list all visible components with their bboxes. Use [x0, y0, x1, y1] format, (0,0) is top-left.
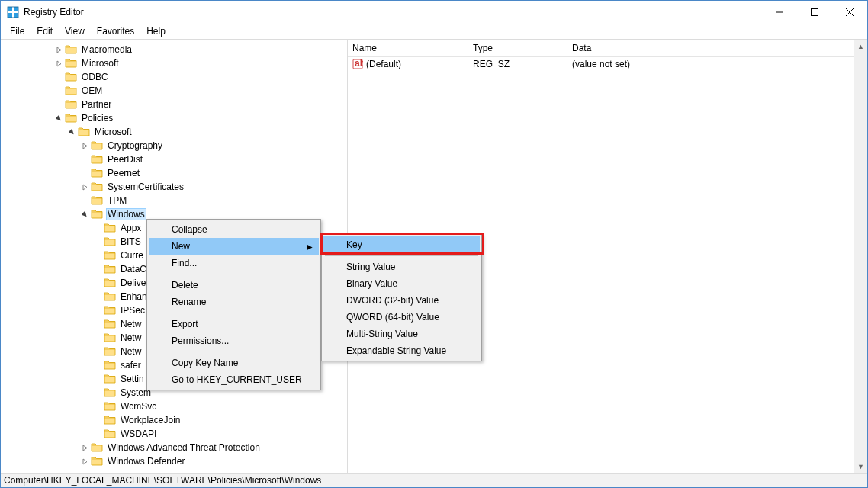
- close-button[interactable]: [832, 1, 867, 24]
- svg-text:ab: ab: [355, 59, 363, 69]
- context-menu-item-label: Rename: [172, 297, 206, 307]
- folder-icon: [104, 278, 116, 288]
- expander-none: [79, 167, 91, 179]
- context-menu-item[interactable]: QWORD (64-bit) Value: [323, 309, 480, 326]
- tree-item-label: Windows Advanced Threat Protection: [106, 442, 262, 453]
- context-menu-item-label: Multi-String Value: [346, 329, 418, 339]
- tree-item[interactable]: WorkplaceJoin: [1, 413, 347, 427]
- menu-edit[interactable]: Edit: [31, 24, 59, 38]
- tree-item[interactable]: Windows Advanced Threat Protection: [1, 441, 347, 454]
- folder-icon: [104, 415, 116, 425]
- minimize-button[interactable]: [762, 1, 797, 24]
- context-menu-item[interactable]: Collapse: [149, 221, 319, 238]
- tree-item[interactable]: PeerDist: [1, 152, 347, 166]
- chevron-right-icon[interactable]: [53, 57, 65, 69]
- scroll-up-icon[interactable]: ▲: [854, 40, 867, 53]
- tree-item[interactable]: WcmSvc: [1, 400, 347, 413]
- context-menu-item[interactable]: Export: [149, 316, 319, 332]
- value-row[interactable]: ab(Default)REG_SZ(value not set): [348, 57, 867, 71]
- context-menu-item[interactable]: DWORD (32-bit) Value: [323, 292, 480, 309]
- context-menu-item[interactable]: Permissions...: [149, 332, 319, 349]
- chevron-right-icon[interactable]: [53, 43, 65, 56]
- tree-item-label: ODBC: [80, 72, 110, 82]
- folder-icon: [65, 113, 77, 124]
- context-menu[interactable]: CollapseNew▶Find...DeleteRenameExportPer…: [146, 219, 321, 390]
- context-menu-item[interactable]: Rename: [149, 294, 319, 310]
- folder-icon: [65, 44, 77, 55]
- tree-item[interactable]: Partner: [1, 98, 347, 111]
- expander-none: [53, 71, 65, 83]
- folder-icon: [104, 223, 116, 233]
- svg-rect-3: [14, 13, 18, 18]
- context-menu-item[interactable]: Go to HKEY_CURRENT_USER: [149, 371, 319, 388]
- col-header-name[interactable]: Name: [348, 40, 468, 56]
- folder-icon: [91, 181, 103, 192]
- tree-item-label: OEM: [80, 85, 104, 96]
- folder-icon: [104, 236, 116, 247]
- tree-item[interactable]: Policies: [1, 111, 347, 125]
- chevron-down-icon[interactable]: [66, 126, 78, 138]
- tree-item[interactable]: Peernet: [1, 166, 347, 180]
- values-scrollbar[interactable]: ▲ ▼: [854, 40, 867, 473]
- folder-icon: [104, 346, 116, 357]
- expander-none: [92, 428, 104, 440]
- folder-icon: [104, 401, 116, 412]
- col-header-data[interactable]: Data: [567, 40, 867, 56]
- chevron-down-icon[interactable]: [79, 208, 91, 220]
- context-menu-separator: [325, 255, 478, 256]
- tree-item-label: Netw: [119, 346, 143, 357]
- svg-rect-1: [14, 7, 18, 11]
- chevron-right-icon[interactable]: [79, 455, 91, 467]
- tree-item[interactable]: SystemCertificates: [1, 180, 347, 194]
- tree-item-label: DataC: [119, 264, 148, 274]
- chevron-right-icon[interactable]: [79, 441, 91, 454]
- registry-editor-icon: [7, 6, 19, 18]
- maximize-button[interactable]: [797, 1, 832, 24]
- context-menu-item[interactable]: Expandable String Value: [323, 342, 480, 359]
- scroll-down-icon[interactable]: ▼: [854, 460, 867, 473]
- context-menu-item[interactable]: String Value: [323, 258, 480, 275]
- tree-item[interactable]: WSDAPI: [1, 427, 347, 441]
- tree-item[interactable]: TPM: [1, 194, 347, 207]
- tree-item[interactable]: ODBC: [1, 70, 347, 84]
- tree-item-label: Delive: [119, 278, 147, 288]
- expander-none: [92, 359, 104, 371]
- tree-item-label: Enhan: [119, 291, 149, 302]
- context-menu-item[interactable]: Multi-String Value: [323, 326, 480, 342]
- menu-view[interactable]: View: [59, 24, 91, 38]
- chevron-right-icon[interactable]: [79, 181, 91, 193]
- tree-item[interactable]: Cryptography: [1, 139, 347, 152]
- menu-file[interactable]: File: [4, 24, 31, 38]
- col-header-type[interactable]: Type: [468, 40, 567, 56]
- context-menu-item[interactable]: Find...: [149, 255, 319, 271]
- context-menu-item-label: Key: [346, 239, 362, 250]
- tree-item[interactable]: Windows Defender: [1, 454, 347, 468]
- context-menu-item-label: Collapse: [172, 224, 207, 235]
- expander-none: [92, 373, 104, 385]
- context-menu-item[interactable]: New▶: [149, 238, 319, 255]
- menu-help[interactable]: Help: [140, 24, 172, 38]
- expander-none: [79, 153, 91, 165]
- tree-item[interactable]: OEM: [1, 84, 347, 98]
- tree-item-label: IPSec: [119, 305, 146, 316]
- folder-icon: [91, 140, 103, 151]
- chevron-down-icon[interactable]: [53, 112, 65, 124]
- tree-item[interactable]: Microsoft: [1, 56, 347, 70]
- expander-none: [92, 400, 104, 413]
- context-menu-item[interactable]: Copy Key Name: [149, 355, 319, 371]
- expander-none: [92, 387, 104, 399]
- menu-favorites[interactable]: Favorites: [91, 24, 140, 38]
- chevron-right-icon[interactable]: [79, 140, 91, 152]
- menubar: File Edit View Favorites Help: [1, 24, 867, 40]
- context-submenu-new[interactable]: KeyString ValueBinary ValueDWORD (32-bit…: [321, 234, 482, 361]
- folder-icon: [104, 319, 116, 329]
- folder-icon: [104, 264, 116, 274]
- tree-item-label: Curre: [119, 250, 145, 261]
- tree-item-label: Cryptography: [106, 140, 164, 151]
- tree-item[interactable]: Macromedia: [1, 43, 347, 56]
- expander-none: [92, 249, 104, 262]
- context-menu-item[interactable]: Delete: [149, 277, 319, 294]
- context-menu-item[interactable]: Key: [323, 236, 480, 253]
- tree-item[interactable]: Microsoft: [1, 125, 347, 139]
- context-menu-item[interactable]: Binary Value: [323, 275, 480, 292]
